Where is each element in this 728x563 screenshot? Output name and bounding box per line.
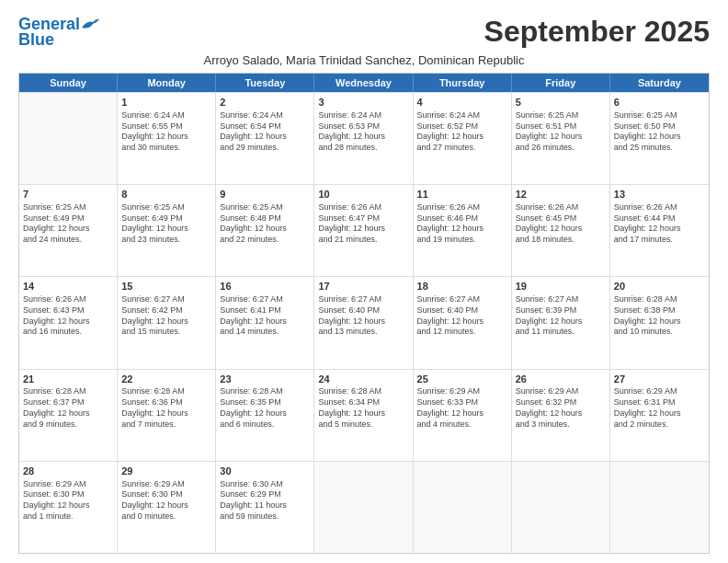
day-of-week-wednesday: Wednesday [314, 74, 413, 92]
day-number: 15 [121, 280, 211, 293]
day-info: Sunrise: 6:24 AMSunset: 6:53 PMDaylight:… [318, 110, 408, 154]
month-title: September 2025 [484, 15, 710, 49]
calendar-cell [19, 93, 118, 184]
day-info: Sunrise: 6:25 AMSunset: 6:49 PMDaylight:… [121, 202, 211, 246]
day-number: 3 [318, 96, 408, 109]
calendar-cell: 27Sunrise: 6:29 AMSunset: 6:31 PMDayligh… [610, 370, 709, 461]
day-number: 8 [121, 188, 211, 201]
day-info: Sunrise: 6:26 AMSunset: 6:43 PMDaylight:… [23, 294, 113, 338]
day-info: Sunrise: 6:29 AMSunset: 6:33 PMDaylight:… [417, 386, 507, 430]
logo-blue: Blue [18, 30, 54, 50]
calendar-cell: 14Sunrise: 6:26 AMSunset: 6:43 PMDayligh… [19, 277, 118, 368]
day-info: Sunrise: 6:26 AMSunset: 6:46 PMDaylight:… [417, 202, 507, 246]
day-info: Sunrise: 6:29 AMSunset: 6:30 PMDaylight:… [121, 479, 211, 523]
calendar-cell: 18Sunrise: 6:27 AMSunset: 6:40 PMDayligh… [414, 277, 512, 368]
day-info: Sunrise: 6:28 AMSunset: 6:38 PMDaylight:… [614, 294, 705, 338]
calendar-header: SundayMondayTuesdayWednesdayThursdayFrid… [19, 74, 709, 92]
day-number: 12 [516, 188, 606, 201]
logo: General Blue [18, 15, 100, 50]
calendar-cell: 9Sunrise: 6:25 AMSunset: 6:48 PMDaylight… [216, 185, 314, 276]
day-info: Sunrise: 6:29 AMSunset: 6:30 PMDaylight:… [23, 479, 113, 523]
day-info: Sunrise: 6:24 AMSunset: 6:55 PMDaylight:… [121, 110, 211, 154]
calendar-cell: 10Sunrise: 6:26 AMSunset: 6:47 PMDayligh… [314, 185, 413, 276]
day-number: 1 [121, 96, 211, 109]
day-number: 29 [121, 465, 211, 478]
day-info: Sunrise: 6:25 AMSunset: 6:49 PMDaylight:… [23, 202, 113, 246]
day-info: Sunrise: 6:27 AMSunset: 6:42 PMDaylight:… [121, 294, 211, 338]
day-info: Sunrise: 6:28 AMSunset: 6:34 PMDaylight:… [318, 386, 408, 430]
calendar-cell: 24Sunrise: 6:28 AMSunset: 6:34 PMDayligh… [314, 370, 413, 461]
header: General Blue September 2025 [18, 15, 710, 50]
calendar-cell: 17Sunrise: 6:27 AMSunset: 6:40 PMDayligh… [314, 277, 413, 368]
calendar-cell: 29Sunrise: 6:29 AMSunset: 6:30 PMDayligh… [118, 462, 216, 553]
day-number: 11 [417, 188, 507, 201]
calendar-cell: 16Sunrise: 6:27 AMSunset: 6:41 PMDayligh… [216, 277, 314, 368]
day-number: 23 [220, 373, 310, 386]
day-info: Sunrise: 6:25 AMSunset: 6:50 PMDaylight:… [614, 110, 705, 154]
day-info: Sunrise: 6:28 AMSunset: 6:35 PMDaylight:… [220, 386, 310, 430]
day-info: Sunrise: 6:30 AMSunset: 6:29 PMDaylight:… [220, 479, 310, 523]
day-number: 6 [614, 96, 705, 109]
day-number: 2 [220, 96, 310, 109]
calendar-cell: 1Sunrise: 6:24 AMSunset: 6:55 PMDaylight… [118, 93, 216, 184]
calendar-week-5: 28Sunrise: 6:29 AMSunset: 6:30 PMDayligh… [19, 461, 709, 553]
calendar-cell [414, 462, 512, 553]
calendar-cell: 19Sunrise: 6:27 AMSunset: 6:39 PMDayligh… [512, 277, 610, 368]
day-info: Sunrise: 6:26 AMSunset: 6:44 PMDaylight:… [614, 202, 705, 246]
subtitle: Arroyo Salado, Maria Trinidad Sanchez, D… [18, 53, 710, 67]
calendar-week-4: 21Sunrise: 6:28 AMSunset: 6:37 PMDayligh… [19, 369, 709, 461]
day-info: Sunrise: 6:27 AMSunset: 6:40 PMDaylight:… [318, 294, 408, 338]
day-number: 26 [516, 373, 606, 386]
calendar-cell: 28Sunrise: 6:29 AMSunset: 6:30 PMDayligh… [19, 462, 118, 553]
calendar: SundayMondayTuesdayWednesdayThursdayFrid… [18, 73, 710, 554]
day-number: 5 [516, 96, 606, 109]
calendar-cell: 20Sunrise: 6:28 AMSunset: 6:38 PMDayligh… [610, 277, 709, 368]
day-number: 21 [23, 373, 113, 386]
day-info: Sunrise: 6:27 AMSunset: 6:41 PMDaylight:… [220, 294, 310, 338]
day-info: Sunrise: 6:28 AMSunset: 6:36 PMDaylight:… [121, 386, 211, 430]
calendar-cell: 6Sunrise: 6:25 AMSunset: 6:50 PMDaylight… [610, 93, 709, 184]
day-number: 19 [516, 280, 606, 293]
calendar-cell: 4Sunrise: 6:24 AMSunset: 6:52 PMDaylight… [414, 93, 512, 184]
calendar-cell: 25Sunrise: 6:29 AMSunset: 6:33 PMDayligh… [414, 370, 512, 461]
calendar-cell: 21Sunrise: 6:28 AMSunset: 6:37 PMDayligh… [19, 370, 118, 461]
calendar-body: 1Sunrise: 6:24 AMSunset: 6:55 PMDaylight… [19, 92, 709, 553]
calendar-cell [512, 462, 610, 553]
day-info: Sunrise: 6:28 AMSunset: 6:37 PMDaylight:… [23, 386, 113, 430]
calendar-cell [314, 462, 413, 553]
calendar-week-3: 14Sunrise: 6:26 AMSunset: 6:43 PMDayligh… [19, 276, 709, 368]
calendar-cell: 3Sunrise: 6:24 AMSunset: 6:53 PMDaylight… [314, 93, 413, 184]
day-of-week-friday: Friday [512, 74, 610, 92]
day-info: Sunrise: 6:29 AMSunset: 6:31 PMDaylight:… [614, 386, 705, 430]
day-number: 25 [417, 373, 507, 386]
day-info: Sunrise: 6:24 AMSunset: 6:54 PMDaylight:… [220, 110, 310, 154]
day-info: Sunrise: 6:26 AMSunset: 6:45 PMDaylight:… [516, 202, 606, 246]
day-number: 17 [318, 280, 408, 293]
day-number: 9 [220, 188, 310, 201]
day-number: 28 [23, 465, 113, 478]
calendar-cell: 5Sunrise: 6:25 AMSunset: 6:51 PMDaylight… [512, 93, 610, 184]
day-number: 20 [614, 280, 705, 293]
calendar-cell: 2Sunrise: 6:24 AMSunset: 6:54 PMDaylight… [216, 93, 314, 184]
day-number: 16 [220, 280, 310, 293]
day-number: 13 [614, 188, 705, 201]
calendar-week-2: 7Sunrise: 6:25 AMSunset: 6:49 PMDaylight… [19, 184, 709, 276]
calendar-cell: 30Sunrise: 6:30 AMSunset: 6:29 PMDayligh… [216, 462, 314, 553]
calendar-cell: 7Sunrise: 6:25 AMSunset: 6:49 PMDaylight… [19, 185, 118, 276]
day-info: Sunrise: 6:25 AMSunset: 6:48 PMDaylight:… [220, 202, 310, 246]
calendar-cell: 22Sunrise: 6:28 AMSunset: 6:36 PMDayligh… [118, 370, 216, 461]
day-of-week-tuesday: Tuesday [216, 74, 314, 92]
day-number: 4 [417, 96, 507, 109]
day-number: 24 [318, 373, 408, 386]
calendar-week-1: 1Sunrise: 6:24 AMSunset: 6:55 PMDaylight… [19, 92, 709, 184]
day-number: 27 [614, 373, 705, 386]
calendar-cell: 13Sunrise: 6:26 AMSunset: 6:44 PMDayligh… [610, 185, 709, 276]
day-info: Sunrise: 6:25 AMSunset: 6:51 PMDaylight:… [516, 110, 606, 154]
calendar-cell: 23Sunrise: 6:28 AMSunset: 6:35 PMDayligh… [216, 370, 314, 461]
calendar-cell: 26Sunrise: 6:29 AMSunset: 6:32 PMDayligh… [512, 370, 610, 461]
day-number: 7 [23, 188, 113, 201]
page: General Blue September 2025 Arroyo Salad… [0, 0, 728, 563]
day-of-week-sunday: Sunday [19, 74, 118, 92]
calendar-cell: 8Sunrise: 6:25 AMSunset: 6:49 PMDaylight… [118, 185, 216, 276]
day-number: 30 [220, 465, 310, 478]
